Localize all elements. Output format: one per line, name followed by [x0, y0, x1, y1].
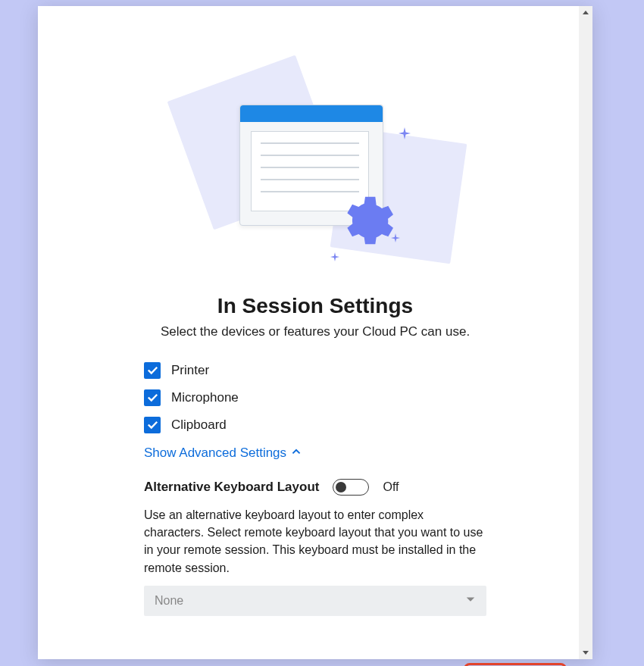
session-settings-dialog: In Session Settings Select the devices o…: [38, 6, 592, 659]
chevron-up-icon: [291, 446, 302, 461]
connect-highlight: Connect: [464, 663, 567, 666]
alt-keyboard-description: Use an alternative keyboard layout to en…: [144, 506, 486, 577]
alt-keyboard-row: Alternative Keyboard Layout Off: [144, 479, 539, 496]
checkbox-icon: [144, 389, 161, 406]
option-label: Printer: [171, 363, 209, 378]
chevron-down-icon: [465, 594, 476, 608]
option-microphone[interactable]: Microphone: [144, 389, 539, 406]
advanced-link-label: Show Advanced Settings: [144, 446, 286, 461]
select-value: None: [155, 594, 183, 608]
gear-icon: [334, 192, 395, 252]
scroll-down-icon[interactable]: [579, 646, 592, 659]
toggle-knob: [336, 482, 346, 492]
option-label: Microphone: [171, 390, 239, 405]
dialog-footer: Don't show again Connect: [38, 663, 579, 666]
dialog-content: In Session Settings Select the devices o…: [38, 74, 592, 666]
keyboard-layout-select[interactable]: None: [144, 586, 486, 616]
dialog-illustration: [164, 74, 467, 271]
show-advanced-link[interactable]: Show Advanced Settings: [144, 446, 539, 461]
dialog-subtitle: Select the devices or features your Clou…: [91, 324, 539, 339]
device-options: Printer Microphone Clipboard: [144, 362, 539, 433]
checkbox-icon: [144, 417, 161, 433]
option-clipboard[interactable]: Clipboard: [144, 417, 539, 433]
checkbox-icon: [144, 362, 161, 379]
alt-keyboard-label: Alternative Keyboard Layout: [144, 480, 319, 495]
dialog-title: In Session Settings: [91, 294, 539, 318]
option-printer[interactable]: Printer: [144, 362, 539, 379]
scroll-up-icon[interactable]: [579, 6, 592, 20]
alt-keyboard-state: Off: [383, 480, 399, 494]
alt-keyboard-toggle[interactable]: [333, 479, 369, 496]
option-label: Clipboard: [171, 417, 227, 433]
scrollbar[interactable]: [579, 6, 592, 659]
